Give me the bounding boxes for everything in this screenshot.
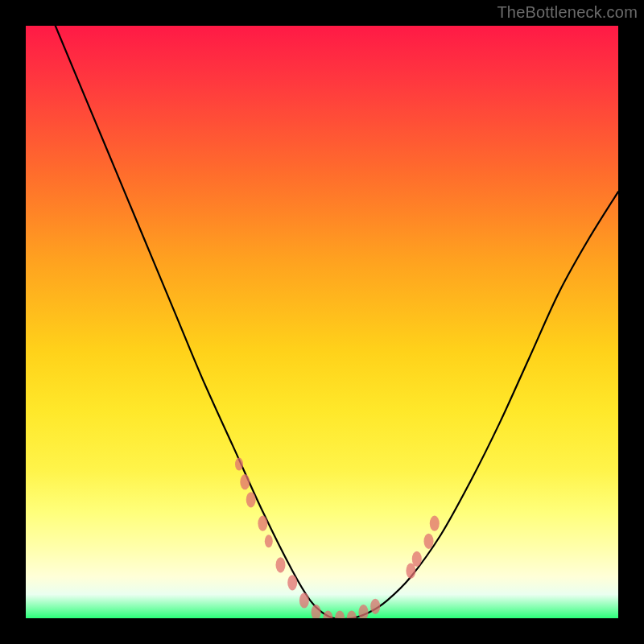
chart-frame: TheBottleneck.com: [0, 0, 644, 644]
curve-marker: [258, 516, 267, 531]
watermark-text: TheBottleneck.com: [497, 3, 638, 22]
bottleneck-curve: [56, 26, 618, 618]
curve-marker: [347, 610, 357, 618]
curve-marker: [240, 474, 250, 489]
curve-marker: [359, 605, 369, 618]
curve-marker: [370, 599, 380, 614]
curve-marker: [276, 557, 286, 572]
curve-marker: [323, 610, 332, 618]
curve-marker: [430, 516, 440, 531]
curve-marker: [335, 610, 345, 618]
plot-area: [26, 26, 618, 618]
curve-markers: [235, 458, 440, 618]
curve-marker: [265, 535, 273, 547]
curve-marker: [246, 492, 256, 507]
curve-marker: [235, 458, 243, 471]
curve-marker: [312, 605, 321, 618]
curve-marker: [412, 551, 422, 567]
curve-layer: [26, 26, 618, 618]
curve-marker: [424, 534, 434, 549]
curve-marker: [287, 575, 297, 590]
curve-marker: [299, 592, 309, 608]
